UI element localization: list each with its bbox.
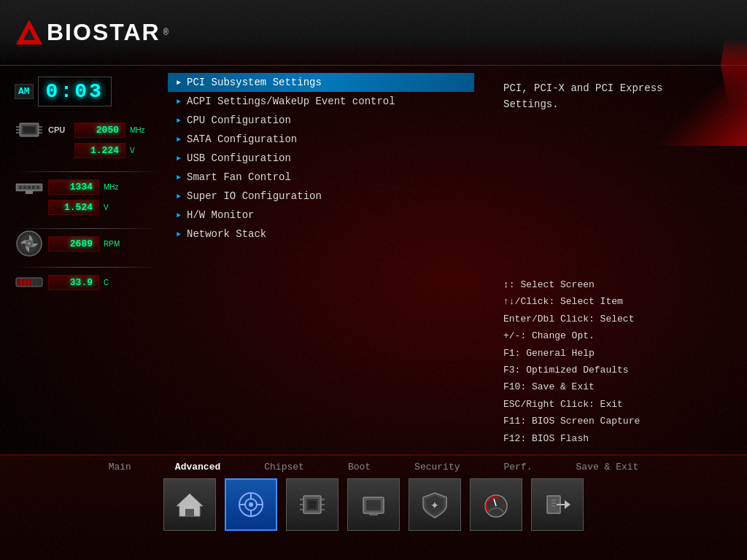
ram-icon-container — [15, 176, 44, 197]
shortcut-item: F11: BIOS Screen Capture — [503, 413, 718, 429]
temp-value: 33.9 — [48, 275, 99, 290]
nav-tab-advanced[interactable]: Advanced — [175, 462, 220, 472]
shortcut-item: F10: Save & Exit — [503, 378, 718, 395]
menu-item[interactable]: ►Smart Fan Control — [168, 168, 474, 187]
svg-rect-4 — [23, 127, 35, 133]
svg-point-34 — [249, 502, 253, 507]
shortcut-item: +/-: Change Opt. — [503, 327, 718, 344]
shortcut-item: Enter/Dbl Click: Select — [503, 311, 718, 327]
nav-tab-security[interactable]: Security — [414, 462, 460, 472]
nav-tab-perf.[interactable]: Perf. — [504, 462, 533, 472]
menu-item[interactable]: ►Network Stack — [168, 225, 474, 244]
nav-icon-home[interactable] — [163, 478, 216, 531]
menu-items-container: ►PCI Subsystem Settings►ACPI Settings/Wa… — [168, 73, 474, 244]
menu-item-label: Super IO Configuration — [187, 190, 322, 202]
shortcut-list: ↕: Select Screen↑↓/Click: Select ItemEnt… — [503, 276, 718, 447]
shortcut-item: F12: BIOS Flash — [503, 430, 718, 447]
menu-item[interactable]: ►CPU Configuration — [168, 111, 474, 130]
menu-item-label: CPU Configuration — [187, 114, 291, 126]
nav-icon-boot[interactable] — [347, 478, 400, 531]
menu-arrow-icon: ► — [177, 174, 181, 182]
menu-item[interactable]: ►ACPI Settings/WakeUp Event control — [168, 92, 474, 111]
cpu-label: CPU — [48, 125, 70, 134]
menu-arrow-icon: ► — [177, 117, 181, 125]
menu-item-label: SATA Configuration — [187, 133, 297, 145]
nav-icon-perf[interactable] — [470, 478, 522, 531]
menu-item-label: Network Stack — [187, 228, 266, 240]
logo-triangle-icon — [15, 18, 44, 47]
menu-arrow-icon: ► — [177, 136, 181, 144]
temp-bar-icon — [15, 275, 43, 289]
temp-icon-container — [15, 272, 44, 292]
cpu-volt-unit: V — [130, 147, 135, 155]
menu-item[interactable]: ►H/W Monitor — [168, 206, 474, 225]
ram-freq-value: 1334 — [48, 179, 99, 195]
left-panel: AM 0:03 CPU 2050 MHz — [7, 66, 168, 458]
nav-tab-main[interactable]: Main — [109, 462, 131, 472]
svg-marker-56 — [565, 500, 570, 509]
temp-row: 33.9 C — [15, 272, 160, 292]
nav-icon-chipset[interactable] — [286, 478, 338, 531]
fan-speed-unit: RPM — [104, 240, 120, 248]
clock-display: 0:03 — [38, 77, 112, 106]
svg-text:✦: ✦ — [430, 500, 439, 511]
menu-arrow-icon: ► — [177, 79, 181, 87]
ram-volt-row: 1.524 V — [15, 200, 160, 215]
cpu-chip-icon — [15, 121, 43, 139]
shortcut-item: F3: Optimized Defaults — [503, 362, 718, 378]
menu-item[interactable]: ►PCI Subsystem Settings — [168, 73, 474, 92]
menu-arrow-icon: ► — [177, 155, 181, 163]
ram-volt-value: 1.524 — [48, 200, 99, 215]
fan-icon-container — [15, 233, 44, 254]
cpu-icon-container — [15, 120, 44, 140]
nav-icon-advanced[interactable] — [225, 478, 277, 531]
right-info-panel: PCI, PCI-X and PCI Express Settings. ↕: … — [489, 73, 732, 454]
menu-item-label: USB Configuration — [187, 152, 291, 164]
ram-volt-unit: V — [104, 203, 109, 211]
shortcut-item: ↑↓/Click: Select Item — [503, 293, 718, 310]
menu-arrow-icon: ► — [177, 211, 181, 219]
divider-1 — [15, 171, 160, 172]
menu-item[interactable]: ►USB Configuration — [168, 149, 474, 168]
shortcut-item: ↕: Select Screen — [503, 276, 718, 293]
svg-rect-13 — [19, 186, 22, 189]
divider-2 — [15, 228, 160, 229]
shortcut-item: F1: General Help — [503, 345, 718, 362]
menu-item-label: Smart Fan Control — [187, 171, 291, 183]
cpu-volt-value: 1.224 — [74, 143, 125, 158]
nav-tab-save-&-exit[interactable]: Save & Exit — [576, 462, 639, 472]
help-line-2: Settings. — [503, 98, 559, 110]
nav-tab-boot[interactable]: Boot — [348, 462, 371, 472]
svg-rect-49 — [366, 500, 381, 510]
svg-rect-15 — [28, 186, 31, 189]
ram-section: 1334 MHz 1.524 V — [15, 176, 160, 218]
menu-item[interactable]: ►Super IO Configuration — [168, 187, 474, 206]
cpu-section: CPU 2050 MHz 1.224 V — [15, 120, 160, 161]
main-content: ►PCI Subsystem Settings►ACPI Settings/Wa… — [168, 73, 732, 454]
svg-rect-50 — [369, 513, 378, 516]
nav-icon-security[interactable]: ✦ — [409, 478, 461, 531]
nav-icon-exit[interactable] — [531, 478, 584, 531]
menu-arrow-icon: ► — [177, 192, 181, 201]
ram-freq-row: 1334 MHz — [15, 176, 160, 197]
header: BIOSTAR® — [0, 0, 747, 66]
nav-tab-chipset[interactable]: Chipset — [264, 462, 304, 472]
svg-rect-41 — [309, 501, 316, 508]
svg-point-22 — [28, 242, 31, 245]
menu-item-label: PCI Subsystem Settings — [187, 77, 322, 88]
fan-speed-value: 2689 — [48, 236, 99, 252]
svg-rect-17 — [36, 186, 39, 189]
menu-item-label: ACPI Settings/WakeUp Event control — [187, 96, 395, 107]
svg-rect-14 — [23, 186, 26, 189]
cpu-freq-unit: MHz — [130, 126, 145, 134]
bottom-nav: MainAdvancedChipsetBootSecurityPerf.Save… — [0, 454, 747, 560]
time-period-label: AM — [15, 84, 34, 99]
logo-text: BIOSTAR — [47, 19, 160, 46]
menu-item[interactable]: ►SATA Configuration — [168, 130, 474, 149]
nav-icons: ✦ — [163, 478, 584, 531]
help-text: PCI, PCI-X and PCI Express Settings. — [503, 80, 718, 113]
logo: BIOSTAR® — [15, 18, 169, 47]
divider-3 — [15, 267, 160, 268]
ram-freq-unit: MHz — [104, 183, 119, 191]
cpu-freq-value: 2050 — [74, 122, 125, 138]
